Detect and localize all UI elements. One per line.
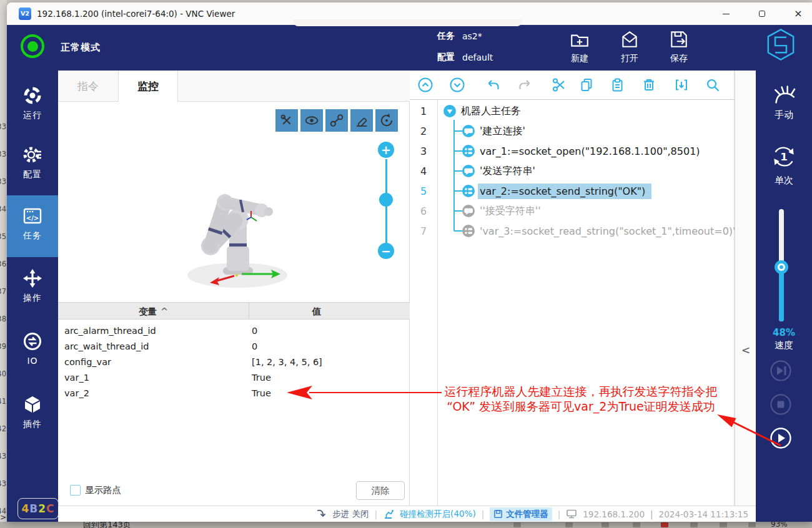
redo-button[interactable] — [517, 77, 533, 93]
task-root-icon[interactable] — [443, 104, 457, 118]
single-run-button[interactable]: 1 单次 — [756, 142, 812, 187]
save-icon — [668, 29, 690, 50]
program-line-text: 机器人主任务 — [461, 105, 521, 118]
background-window-left-edge: 33 33 33 34 35 36 37 38 39 40 41 42 43 4… — [0, 0, 7, 528]
new-task-button[interactable]: 新建 — [560, 29, 600, 64]
program-line-selected[interactable]: 5 var_2:=socket_send_string("OK") — [410, 181, 734, 201]
step-mode-text[interactable]: 步进 关闭 — [332, 509, 369, 520]
table-row[interactable]: arc_wait_thread_id0 — [58, 338, 410, 354]
tab-label: 指令 — [77, 79, 99, 94]
view-erase-button[interactable] — [350, 109, 373, 132]
table-row[interactable]: config_var[1, 2, 3, 4, 5, 6] — [58, 354, 410, 369]
sidebar-item-label: IO — [27, 356, 37, 366]
paste-button[interactable] — [610, 77, 626, 93]
speed-slider-handle[interactable] — [775, 260, 788, 274]
background-toolbar-icon — [748, 522, 756, 527]
zoom-in-button[interactable]: + — [378, 142, 394, 158]
mode-status-dot — [27, 41, 38, 52]
zoom-out-button[interactable]: − — [378, 243, 394, 259]
line-number: 2 — [410, 125, 437, 137]
manual-mode-button[interactable]: 手动 — [756, 84, 812, 121]
program-line[interactable]: 2 '建立连接' — [410, 121, 734, 141]
step-mode-icon — [315, 509, 327, 519]
background-toolbar-icon — [565, 522, 573, 527]
close-button[interactable]: × — [793, 9, 803, 19]
status-datetime: 2024-03-14 11:13:15 — [659, 509, 748, 519]
delete-button[interactable] — [641, 77, 657, 93]
plugin-cube-icon — [22, 394, 42, 414]
save-task-button[interactable]: 保存 — [659, 29, 699, 64]
step-forward-button[interactable] — [770, 360, 791, 381]
mode-status-icon[interactable] — [21, 34, 44, 58]
sidebar-item-label: 插件 — [23, 419, 42, 430]
vnc-toolbar-notch[interactable] — [294, 19, 522, 26]
separator: | — [375, 509, 378, 519]
show-waypoints-label: 显示路点 — [85, 484, 121, 496]
show-waypoints-checkbox[interactable] — [70, 485, 81, 496]
program-line[interactable]: 4 '发送字符串' — [410, 161, 734, 181]
cut-button[interactable] — [551, 77, 567, 93]
sidebar-item-io[interactable]: IO — [7, 331, 58, 366]
assign-icon[interactable] — [462, 144, 475, 158]
comment-icon[interactable] — [462, 164, 475, 178]
minimize-button[interactable] — [721, 9, 731, 19]
program-line-text: var_1:=socket_open("192.168.1.100",8501) — [480, 145, 700, 157]
comment-icon[interactable] — [462, 124, 475, 138]
collapse-chevron-icon[interactable]: < — [741, 344, 750, 356]
view-waypoints-button[interactable] — [325, 109, 348, 132]
copy-button[interactable] — [579, 77, 595, 93]
variable-value: True — [252, 373, 271, 383]
file-manager-button[interactable]: 文件管理器 — [490, 507, 552, 521]
column-header-value[interactable]: 值 — [249, 303, 385, 320]
line-number: 4 — [410, 165, 437, 177]
sidebar-item-run[interactable]: 运行 — [7, 86, 58, 121]
table-row[interactable]: var_1True — [58, 369, 410, 385]
search-button[interactable] — [705, 77, 721, 93]
new-task-label: 新建 — [571, 53, 588, 64]
program-line-disabled[interactable]: 6 ''接受字符串'' — [410, 201, 734, 221]
open-task-button[interactable]: 打开 — [610, 29, 650, 64]
vnc-app-icon: V2 — [19, 7, 31, 20]
show-waypoints-option[interactable]: 显示路点 — [70, 484, 121, 496]
robot-3d-view[interactable] — [179, 185, 298, 292]
program-line[interactable]: 3 var_1:=socket_open("192.168.1.100",850… — [410, 141, 734, 161]
tab-monitor[interactable]: 监控 — [119, 71, 178, 102]
clear-button[interactable]: 清除 — [356, 481, 405, 500]
maximize-button[interactable] — [757, 9, 767, 19]
task-value: as2* — [462, 31, 482, 41]
badge-char: B — [29, 502, 38, 515]
move-up-button[interactable] — [417, 77, 433, 93]
table-row[interactable]: arc_alarm_thread_id0 — [58, 323, 410, 338]
variable-value: [1, 2, 3, 4, 5, 6] — [252, 357, 322, 367]
run-icon — [22, 86, 42, 105]
program-line-disabled[interactable]: 7 'var_3:=socket_read_string("socket_1",… — [410, 221, 734, 241]
program-line[interactable]: 1 机器人主任务 — [410, 101, 734, 121]
view-visibility-button[interactable] — [300, 109, 323, 132]
insert-replace-button[interactable] — [673, 77, 690, 93]
column-label: 变量 — [139, 306, 157, 318]
assign-icon-disabled[interactable] — [462, 224, 475, 238]
svg-text:1: 1 — [780, 150, 788, 163]
view-tools-button[interactable] — [275, 109, 298, 132]
minimize-icon — [723, 14, 730, 14]
variable-value: 0 — [252, 341, 257, 351]
tab-instruction[interactable]: 指令 — [58, 71, 119, 102]
move-down-button[interactable] — [449, 77, 465, 93]
badge-char: C — [46, 502, 54, 515]
assign-icon[interactable] — [462, 184, 475, 198]
separator: | — [482, 509, 485, 519]
collision-detect-text[interactable]: 碰撞检测开启(40%) — [400, 509, 476, 520]
variable-value: 0 — [252, 326, 257, 336]
column-header-variable[interactable]: 变量^ — [58, 303, 249, 320]
sidebar-item-task[interactable]: </> 任务 — [7, 206, 58, 242]
sidebar-item-plugin[interactable]: 插件 — [7, 394, 58, 430]
view-rotate-button[interactable] — [375, 109, 398, 132]
device-code-badge: 4B2C — [17, 498, 59, 519]
hand-icon — [771, 84, 797, 105]
line-number: 1 — [410, 105, 437, 117]
zoom-slider-handle[interactable] — [379, 193, 393, 207]
comment-icon-disabled[interactable] — [462, 204, 475, 218]
sidebar-item-operate[interactable]: 操作 — [7, 268, 58, 304]
sidebar-item-config[interactable]: 配置 — [7, 145, 58, 180]
undo-button[interactable] — [485, 77, 502, 93]
